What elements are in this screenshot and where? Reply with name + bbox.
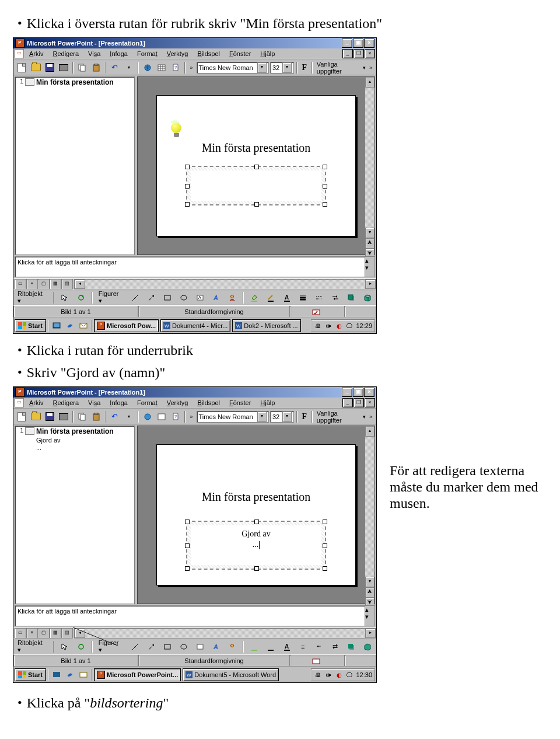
close-button[interactable]: × [364, 388, 374, 397]
prev-slide-button[interactable]: ⮝ [365, 587, 374, 598]
shadow-tool[interactable] [345, 640, 359, 653]
menu-arkiv[interactable]: Arkiv [25, 50, 47, 58]
scroll-right-button[interactable]: ▸ [365, 629, 376, 638]
scroll-right-button[interactable]: ▸ [365, 280, 376, 289]
mdi-restore-button[interactable]: ❐ [354, 49, 364, 58]
horizontal-scrollbar[interactable]: ◂ ▸ [74, 628, 376, 639]
normal-view-button[interactable]: ▭ [15, 628, 26, 639]
resize-handle[interactable] [323, 165, 327, 169]
resize-handle[interactable] [254, 202, 259, 207]
mdi-close-button[interactable]: × [365, 49, 375, 58]
textbox-tool[interactable]: A [193, 291, 207, 304]
undo-dropdown[interactable]: ▾ [123, 410, 135, 423]
chevron-down-icon[interactable]: ▾ [257, 412, 267, 422]
slide-edit-area[interactable]: Min första presentation Gjord av ... [137, 426, 375, 604]
arrow-style-tool[interactable] [328, 291, 342, 304]
undo-dropdown[interactable]: ▾ [123, 61, 135, 74]
menu-infoga[interactable]: Infoga [106, 399, 132, 407]
resize-handle[interactable] [185, 202, 190, 207]
scroll-down-button[interactable]: ▾ [365, 577, 374, 587]
resize-handle[interactable] [185, 165, 190, 169]
quicklaunch-desktop[interactable] [51, 320, 62, 332]
vanliga-uppgifter-button[interactable]: Vanliga uppgifter [315, 410, 362, 424]
fill-color-tool[interactable] [247, 640, 261, 653]
figurer-menu[interactable]: Figurer ▾ [96, 290, 126, 305]
more-buttons[interactable]: » [367, 410, 374, 423]
resize-handle[interactable] [323, 543, 327, 548]
sorter-view-button[interactable]: ▦ [50, 279, 61, 290]
menu-visa[interactable]: Visa [84, 50, 104, 58]
scroll-left-button[interactable]: ◂ [75, 280, 85, 289]
outline-pane[interactable]: 1 Min första presentation [15, 76, 135, 255]
quicklaunch-desktop[interactable] [51, 669, 62, 681]
more-buttons[interactable]: » [188, 61, 195, 74]
resize-handle[interactable] [323, 184, 327, 189]
resize-handle[interactable] [323, 566, 327, 571]
new-button[interactable] [15, 410, 28, 423]
menu-verktyg[interactable]: Verktyg [163, 399, 192, 407]
mdi-close-button[interactable]: × [365, 398, 375, 407]
arrow-tool[interactable] [145, 640, 159, 653]
quicklaunch-ie[interactable] [64, 669, 76, 681]
undo-button[interactable]: ↶ [108, 61, 121, 74]
3d-tool[interactable] [360, 291, 374, 304]
font-combo[interactable]: Times New Roman ▾ [197, 411, 269, 423]
notes-pane[interactable]: Klicka för att lägga till anteckningar ▴… [15, 605, 375, 626]
outline-subtitle-line2[interactable]: ... [15, 444, 134, 452]
hyperlink-button[interactable] [141, 61, 154, 74]
menu-bildspel[interactable]: Bildspel [193, 399, 224, 407]
line-color-tool[interactable] [264, 640, 278, 653]
vanliga-uppgifter-button[interactable]: Vanliga uppgifter [315, 61, 362, 75]
resize-handle[interactable] [323, 202, 327, 207]
close-button[interactable]: × [364, 39, 374, 48]
copy-button[interactable] [76, 61, 89, 74]
clipart-tool[interactable] [225, 291, 239, 304]
mdi-minimize-button[interactable]: _ [342, 398, 353, 407]
print-button[interactable] [57, 410, 70, 423]
arrow-tool[interactable] [145, 291, 159, 304]
subtitle-content[interactable] [191, 170, 321, 201]
line-style-tool[interactable] [296, 291, 310, 304]
chevron-down-icon[interactable]: ▾ [282, 412, 292, 422]
more-buttons[interactable]: » [367, 61, 374, 74]
figurer-menu[interactable]: Figurer ▾ [96, 639, 126, 654]
resize-handle[interactable] [254, 520, 259, 524]
rotate-tool[interactable] [74, 640, 88, 653]
slide-thumb-icon[interactable] [25, 78, 34, 86]
sorter-view-button[interactable]: ▦ [50, 628, 61, 639]
resize-handle[interactable] [254, 566, 259, 571]
bold-button[interactable]: F [300, 63, 309, 72]
save-button[interactable] [43, 61, 56, 74]
slide[interactable]: Min första presentation Gjord av ... [156, 444, 356, 585]
outline-view-button[interactable]: ≡ [26, 279, 38, 290]
outline-view-button[interactable]: ≡ [26, 628, 38, 639]
slide-view-button[interactable]: ▢ [38, 279, 50, 290]
menu-infoga[interactable]: Infoga [106, 50, 132, 58]
outline-subtitle-line1[interactable]: Gjord av [15, 437, 134, 444]
scroll-left-button[interactable]: ◂ [75, 629, 85, 638]
scroll-up-button[interactable]: ▴ [365, 426, 374, 437]
horizontal-scrollbar[interactable]: ◂ ▸ [74, 279, 376, 290]
subtitle-placeholder[interactable] [186, 166, 326, 205]
taskbar-task-powerpoint[interactable]: P Microsoft Pow... [94, 319, 159, 332]
line-tool[interactable] [128, 291, 142, 304]
notes-pane[interactable]: Klicka för att lägga till anteckningar ▴… [15, 256, 375, 277]
menu-redigera[interactable]: Redigera [48, 399, 83, 407]
scroll-up-button[interactable]: ▴ [365, 257, 374, 264]
undo-button[interactable]: ↶ [108, 410, 121, 423]
subtitle-placeholder[interactable]: Gjord av ... [186, 521, 326, 570]
mdi-icon[interactable]: ▭ [15, 49, 24, 58]
outline-title[interactable]: Min första presentation [36, 78, 114, 86]
tray-icon[interactable]: 🖶 [314, 322, 322, 330]
slide[interactable]: Min första presentation [156, 95, 356, 236]
rectangle-tool[interactable] [161, 640, 175, 653]
maximize-button[interactable]: ▣ [353, 39, 363, 48]
line-tool[interactable] [128, 640, 142, 653]
bold-button[interactable]: F [300, 412, 309, 421]
tables-button[interactable] [155, 410, 168, 423]
save-button[interactable] [43, 410, 56, 423]
resize-handle[interactable] [185, 543, 190, 548]
clipart-tool[interactable] [225, 640, 239, 653]
taskbar-task-powerpoint[interactable]: P Microsoft PowerPoint... [94, 668, 181, 681]
textbox-tool[interactable] [193, 640, 207, 653]
